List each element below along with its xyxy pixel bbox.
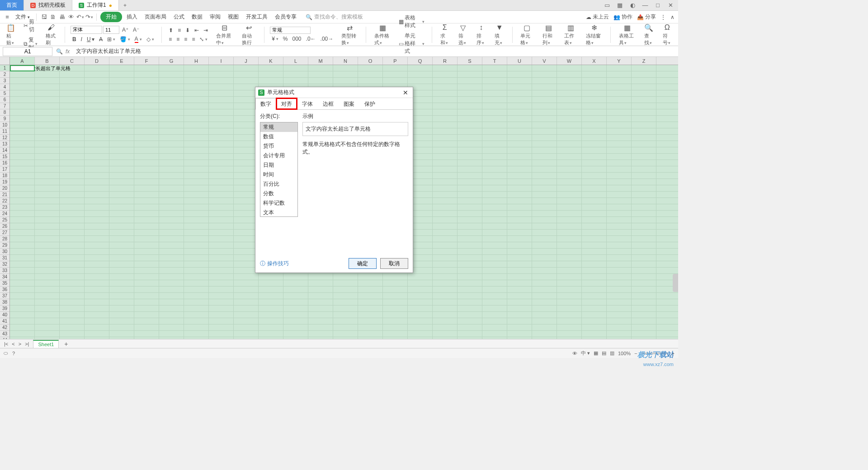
cloud-status[interactable]: ☁ 未上云 <box>586 13 609 21</box>
col-header[interactable]: I <box>209 57 234 65</box>
fill-color-button[interactable]: 🪣 <box>118 35 132 44</box>
row-header[interactable]: 30 <box>0 249 9 255</box>
undo-button[interactable]: ↶ <box>76 14 84 21</box>
category-item[interactable]: 百分比 <box>260 179 297 189</box>
align-justify-icon[interactable]: ≡ <box>190 35 197 43</box>
status-mode-icon[interactable]: ⬭ <box>4 350 8 356</box>
menu-search[interactable]: 🔍 查找命令、搜索模板 <box>306 13 363 21</box>
row-header[interactable]: 7 <box>0 103 9 109</box>
row-header[interactable]: 18 <box>0 173 9 179</box>
row-header[interactable]: 37 <box>0 293 9 299</box>
category-list[interactable]: 常规 数值 货币 会计专用 日期 时间 百分比 分数 科学记数 文本 特殊 自定… <box>260 122 298 217</box>
col-header[interactable]: M <box>308 57 333 65</box>
align-right-icon[interactable]: ≡ <box>182 35 189 43</box>
row-header[interactable]: 11 <box>0 128 9 135</box>
col-header[interactable]: D <box>85 57 109 65</box>
type-convert-button[interactable]: ⇄类型转换 <box>339 22 360 47</box>
new-tab-button[interactable]: + <box>119 0 131 10</box>
merge-button[interactable]: ⊟合并居中 <box>213 22 235 47</box>
more-menu-icon[interactable]: ⋮ <box>660 14 666 20</box>
symbol-button[interactable]: Ω符号 <box>660 22 675 47</box>
freeze-button[interactable]: ❄冻结窗格 <box>583 22 605 47</box>
tab-align[interactable]: 对齐 <box>276 98 297 109</box>
cut-button[interactable]: ✂剪切 <box>22 17 39 34</box>
row-header[interactable]: 14 <box>0 147 9 154</box>
bold-button[interactable]: B <box>71 35 78 44</box>
category-item[interactable]: 科学记数 <box>260 198 297 208</box>
italic-button[interactable]: I <box>79 35 84 44</box>
col-header[interactable]: B <box>35 57 60 65</box>
row-header[interactable]: 26 <box>0 223 9 230</box>
align-bot-icon[interactable]: ⬇ <box>184 26 192 34</box>
col-header[interactable]: L <box>283 57 308 65</box>
row-header[interactable]: 21 <box>0 192 9 198</box>
col-header[interactable]: C <box>60 57 85 65</box>
menu-begin[interactable]: 开始 <box>100 12 122 22</box>
select-all-corner[interactable] <box>0 57 10 65</box>
highlight-button[interactable]: ◇ <box>145 35 156 44</box>
sort-button[interactable]: ↕排序 <box>474 22 488 47</box>
sheet-nav-first[interactable]: |< <box>3 341 9 347</box>
zoom-out-button[interactable]: − <box>634 351 637 356</box>
col-header[interactable]: Q <box>408 57 433 65</box>
col-header[interactable]: G <box>159 57 184 65</box>
row-header[interactable]: 43 <box>0 331 9 337</box>
col-header[interactable]: J <box>234 57 259 65</box>
row-header[interactable]: 1 <box>0 65 9 71</box>
row-header[interactable]: 36 <box>0 287 9 293</box>
row-header[interactable]: 44 <box>0 337 9 339</box>
eye-icon[interactable]: 👁 <box>572 351 577 356</box>
row-header[interactable]: 3 <box>0 78 9 84</box>
col-header[interactable]: W <box>557 57 582 65</box>
wrap-button[interactable]: ↩自动换行 <box>239 22 259 47</box>
menu-page[interactable]: 页面布局 <box>142 12 169 22</box>
print-preview-icon[interactable]: 👁 <box>67 14 75 21</box>
sum-button[interactable]: Σ求和 <box>438 22 452 47</box>
col-header[interactable]: S <box>458 57 482 65</box>
orientation-icon[interactable]: ⤡ <box>198 35 209 43</box>
strike-button[interactable]: A̶ <box>97 35 104 44</box>
row-header[interactable]: 33 <box>0 268 9 274</box>
row-header[interactable]: 23 <box>0 204 9 211</box>
category-item[interactable]: 日期 <box>260 160 297 170</box>
indent-dec-icon[interactable]: ⇤ <box>193 26 201 34</box>
status-help-icon[interactable]: ? <box>12 351 15 356</box>
col-header[interactable]: A <box>10 57 35 65</box>
cell-button[interactable]: ▢单元格 <box>518 22 536 47</box>
align-mid-icon[interactable]: ≡ <box>176 26 183 34</box>
fill-button[interactable]: ▼填充 <box>492 22 506 47</box>
table-style-button[interactable]: ▦表格样式 <box>397 13 426 30</box>
col-header[interactable]: U <box>507 57 532 65</box>
rowcol-button[interactable]: ▤行和列 <box>540 22 558 47</box>
category-item[interactable]: 货币 <box>260 141 297 151</box>
sheet-nav-last[interactable]: >| <box>24 341 30 347</box>
close-button[interactable]: ✕ <box>666 2 675 9</box>
cond-format-button[interactable]: ▦条件格式 <box>372 22 393 47</box>
tab-font[interactable]: 字体 <box>297 98 318 109</box>
row-header[interactable]: 16 <box>0 160 9 166</box>
col-header[interactable]: P <box>383 57 408 65</box>
align-top-icon[interactable]: ⬆ <box>167 26 175 34</box>
dialog-titlebar[interactable]: S 单元格格式 ✕ <box>255 87 413 98</box>
border-button[interactable]: ⊞ <box>105 35 117 44</box>
category-item[interactable]: 分数 <box>260 189 297 198</box>
maximize-button[interactable]: □ <box>654 2 662 9</box>
row-header[interactable]: 32 <box>0 261 9 268</box>
add-sheet-button[interactable]: + <box>61 340 71 348</box>
row-header[interactable]: 31 <box>0 255 9 261</box>
align-center-icon[interactable]: ≡ <box>175 35 181 43</box>
menu-dev[interactable]: 开发工具 <box>243 12 270 22</box>
row-header[interactable]: 29 <box>0 242 9 249</box>
row-header[interactable]: 39 <box>0 306 9 312</box>
tab-template[interactable]: D 找稻壳模板 <box>24 0 72 10</box>
col-header[interactable]: F <box>134 57 159 65</box>
row-header[interactable]: 42 <box>0 324 9 331</box>
collapse-ribbon-icon[interactable]: ∧ <box>670 14 675 20</box>
row-header[interactable]: 41 <box>0 318 9 324</box>
dec-decimal-icon[interactable]: .00→ <box>319 35 335 43</box>
row-header[interactable]: 35 <box>0 280 9 287</box>
worksheet-button[interactable]: ▥工作表 <box>561 22 580 47</box>
dialog-close-button[interactable]: ✕ <box>401 89 410 96</box>
table-tool-button[interactable]: ▦表格工具 <box>616 22 638 47</box>
sheet-nav-next[interactable]: > <box>17 341 23 347</box>
